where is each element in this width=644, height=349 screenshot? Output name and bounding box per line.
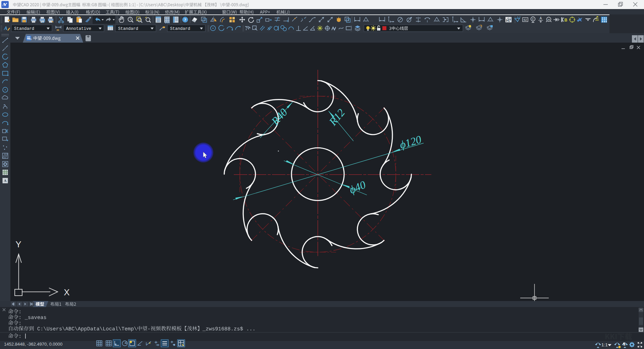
svg-text:3.2: 3.2 <box>517 16 521 19</box>
svg-text:M: M <box>548 18 550 21</box>
svg-text:A: A <box>4 179 7 183</box>
svg-text:A: A <box>4 26 7 31</box>
svg-text:A: A <box>540 16 542 20</box>
svg-text:DWG: DWG <box>27 38 32 40</box>
svg-text:?: ? <box>184 17 186 22</box>
svg-text:Annotative: Annotative <box>66 27 91 31</box>
svg-text:62: 62 <box>524 18 527 21</box>
svg-text:Standard: Standard <box>118 27 138 31</box>
svg-text:B: B <box>565 18 568 22</box>
svg-text:Standard: Standard <box>170 27 190 31</box>
svg-text:Standard: Standard <box>14 27 34 31</box>
svg-text:+0.1: +0.1 <box>507 17 511 19</box>
svg-text:www.: www. <box>605 345 615 349</box>
svg-text:1452.8448, -362.4970, 0.0000: 1452.8448, -362.4970, 0.0000 <box>4 342 62 347</box>
svg-text:C: C <box>532 17 534 21</box>
